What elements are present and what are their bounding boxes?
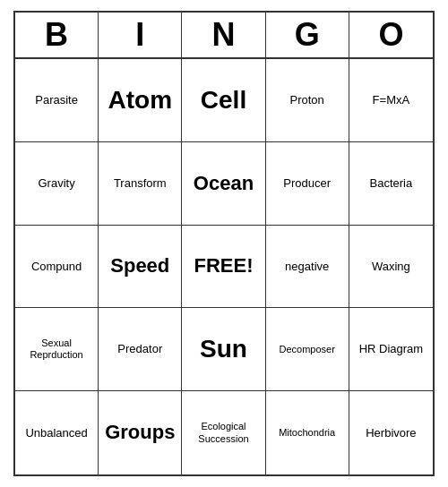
bingo-cell: Unbalanced (15, 391, 99, 474)
header-letter: N (182, 13, 265, 57)
bingo-cell: Producer (266, 142, 349, 226)
header-letter: I (99, 13, 182, 57)
bingo-cell: Groups (99, 391, 182, 474)
bingo-cell: F=MxA (349, 59, 433, 142)
bingo-cell: Mitochondria (266, 391, 349, 474)
bingo-cell: Ecological Succession (182, 391, 265, 474)
bingo-cell: HR Diagram (349, 308, 433, 391)
bingo-cell: Cell (182, 59, 265, 142)
bingo-header: BINGO (15, 13, 433, 59)
bingo-cell: Transform (99, 142, 182, 226)
bingo-cell: Sexual Reprduction (15, 308, 99, 391)
bingo-cell: Herbivore (349, 391, 433, 474)
header-letter: B (15, 13, 99, 57)
bingo-cell: Bacteria (349, 142, 433, 226)
bingo-cell: Predator (99, 308, 182, 391)
bingo-cell: Speed (99, 226, 182, 309)
header-letter: G (266, 13, 349, 57)
bingo-grid: ParasiteAtomCellProtonF=MxAGravityTransf… (15, 59, 433, 474)
bingo-cell: Ocean (182, 142, 265, 226)
bingo-cell: Decomposer (266, 308, 349, 391)
bingo-card: BINGO ParasiteAtomCellProtonF=MxAGravity… (13, 11, 435, 476)
bingo-cell: Gravity (15, 142, 99, 226)
bingo-cell: Sun (182, 308, 265, 391)
bingo-cell: Waxing (349, 226, 433, 309)
bingo-cell: negative (266, 226, 349, 309)
bingo-cell: Atom (99, 59, 182, 142)
header-letter: O (349, 13, 433, 57)
bingo-cell: Compund (15, 226, 99, 309)
bingo-cell: Proton (266, 59, 349, 142)
bingo-cell: Parasite (15, 59, 99, 142)
bingo-cell: FREE! (182, 226, 265, 309)
